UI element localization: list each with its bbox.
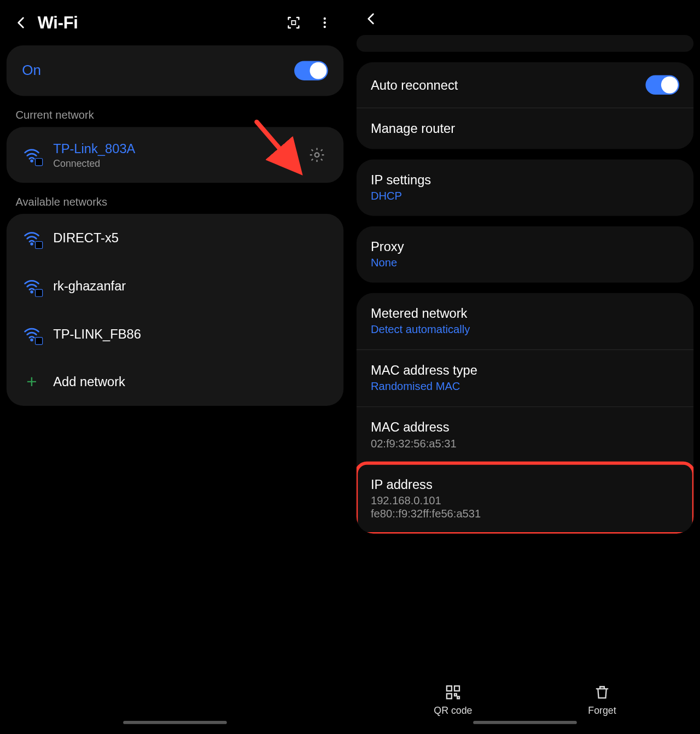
mac-address-value: 02:f9:32:56:a5:31 [371, 438, 679, 451]
svg-rect-15 [457, 696, 459, 698]
available-networks-card: DIRECT-x5 rk-ghazanfar TP-LINK_FB86 + Ad… [7, 214, 343, 406]
forget-label: Forget [588, 704, 616, 715]
qr-code-icon [445, 684, 462, 701]
add-network-row[interactable]: + Add network [7, 358, 343, 406]
svg-rect-14 [454, 694, 457, 696]
divider [290, 145, 290, 165]
ip-settings-card: IP settings DHCP [357, 160, 693, 216]
svg-point-5 [315, 153, 319, 157]
svg-rect-0 [291, 21, 295, 25]
svg-point-3 [324, 26, 326, 28]
available-networks-section-label: Available networks [0, 190, 350, 214]
svg-point-1 [324, 18, 326, 20]
network-settings-gear-icon[interactable] [306, 144, 328, 166]
current-network-row[interactable]: TP-Link_803A Connected [7, 127, 343, 183]
qr-code-button[interactable]: QR code [434, 684, 472, 715]
wifi-toggle[interactable] [294, 61, 328, 80]
current-network-card: TP-Link_803A Connected [7, 127, 343, 183]
available-network-row[interactable]: rk-ghazanfar [7, 262, 343, 310]
wifi-toggle-row[interactable]: On [7, 45, 343, 96]
qr-code-label: QR code [434, 704, 472, 715]
mac-address-row: MAC address 02:f9:32:56:a5:31 [357, 406, 693, 463]
mac-type-value: Randomised MAC [371, 381, 679, 394]
available-network-row[interactable]: TP-LINK_FB86 [7, 310, 343, 358]
current-network-name: TP-Link_803A [53, 141, 278, 156]
svg-point-8 [31, 339, 33, 341]
proxy-label: Proxy [371, 239, 679, 254]
wifi-signal-icon [22, 324, 42, 344]
wifi-signal-icon [22, 145, 42, 165]
wifi-toggle-card: On [7, 45, 343, 96]
more-icon[interactable] [314, 11, 336, 33]
proxy-value: None [371, 257, 679, 270]
network-name: DIRECT-x5 [53, 230, 328, 245]
proxy-card: Proxy None [357, 226, 693, 283]
back-button[interactable] [364, 11, 378, 26]
ip-settings-value: DHCP [371, 190, 679, 203]
network-name: rk-ghazanfar [53, 278, 328, 293]
mac-type-label: MAC address type [371, 363, 679, 378]
plus-icon: + [22, 372, 42, 392]
svg-rect-12 [454, 686, 459, 691]
auto-reconnect-label: Auto reconnect [371, 78, 646, 92]
wifi-list-screen: Wi-Fi On Current network TP-Link_803A Co… [0, 0, 350, 727]
current-network-section-label: Current network [0, 104, 350, 127]
ip-address-row: IP address 192.168.0.101 fe80::f9:32ff:f… [357, 463, 693, 533]
header [350, 0, 700, 38]
available-network-row[interactable]: DIRECT-x5 [7, 214, 343, 262]
ip-address-v4: 192.168.0.101 [371, 494, 679, 508]
network-info-card: Metered network Detect automatically MAC… [357, 293, 693, 534]
ip-address-label: IP address [371, 477, 679, 492]
metered-label: Metered network [371, 306, 679, 321]
svg-rect-11 [447, 686, 452, 691]
page-title: Wi-Fi [38, 13, 273, 33]
forget-button[interactable]: Forget [588, 684, 616, 715]
svg-rect-13 [447, 694, 452, 698]
connection-settings-card: Auto reconnect Manage router [357, 62, 693, 149]
svg-point-7 [31, 291, 33, 293]
wifi-signal-icon [22, 228, 42, 248]
manage-router-label: Manage router [371, 121, 679, 136]
back-button[interactable] [14, 15, 28, 30]
mac-address-label: MAC address [371, 420, 679, 435]
metered-network-row[interactable]: Metered network Detect automatically [357, 293, 693, 349]
proxy-row[interactable]: Proxy None [357, 226, 693, 283]
mac-type-row[interactable]: MAC address type Randomised MAC [357, 349, 693, 406]
truncated-card [357, 35, 693, 52]
home-indicator [473, 721, 577, 724]
current-network-text: TP-Link_803A Connected [53, 141, 278, 168]
auto-reconnect-row[interactable]: Auto reconnect [357, 62, 693, 108]
svg-point-4 [31, 160, 33, 162]
wifi-on-label: On [22, 62, 282, 79]
manage-router-row[interactable]: Manage router [357, 108, 693, 149]
bottom-action-bar: QR code Forget [350, 684, 700, 715]
add-network-label: Add network [53, 374, 328, 389]
trash-icon [594, 684, 611, 701]
ip-address-v6: fe80::f9:32ff:fe56:a531 [371, 508, 679, 521]
qr-scan-icon[interactable] [283, 11, 305, 33]
wifi-detail-screen: Auto reconnect Manage router IP settings… [350, 0, 700, 727]
ip-settings-label: IP settings [371, 172, 679, 187]
home-indicator [123, 721, 227, 724]
svg-point-2 [324, 21, 326, 24]
metered-value: Detect automatically [371, 323, 679, 336]
auto-reconnect-toggle[interactable] [645, 75, 679, 95]
network-name: TP-LINK_FB86 [53, 327, 328, 341]
ip-settings-row[interactable]: IP settings DHCP [357, 160, 693, 216]
svg-point-6 [31, 243, 33, 245]
header: Wi-Fi [0, 0, 350, 45]
wifi-signal-icon [22, 276, 42, 296]
current-network-status: Connected [53, 158, 278, 168]
